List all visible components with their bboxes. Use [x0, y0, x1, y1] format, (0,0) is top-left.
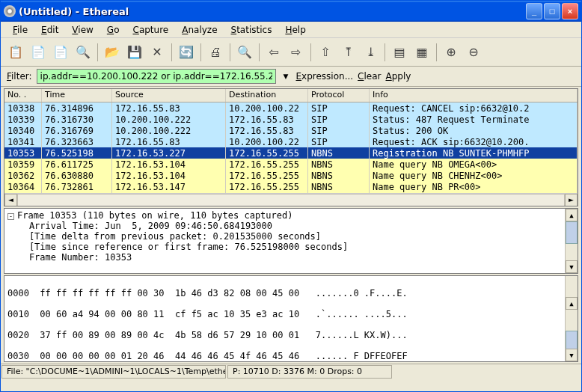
menu-analyze[interactable]: Analyze	[176, 23, 223, 37]
detail-line[interactable]: [Time delta from previous packet: 0.2015…	[7, 231, 575, 242]
cell-proto: NBNS	[308, 159, 370, 170]
cell-src: 172.16.55.83	[112, 102, 226, 114]
cell-time: 76.630880	[42, 170, 112, 181]
col-header-destination[interactable]: Destination	[226, 89, 308, 102]
gofwd-icon[interactable]: ⇨	[286, 42, 307, 63]
menu-statistics[interactable]: Statistics	[225, 23, 278, 37]
maximize-button[interactable]: □	[544, 3, 560, 19]
hex-vscroll[interactable]: ▲ ▼	[565, 276, 578, 361]
packet-row[interactable]: 1034076.31676910.200.100.222172.16.55.83…	[4, 125, 578, 136]
detail-line[interactable]: [Time since reference or first frame: 76…	[7, 242, 575, 252]
goto-icon[interactable]: ⇧	[315, 42, 336, 63]
golast-icon[interactable]: ⤓	[360, 42, 381, 63]
minimize-button[interactable]: _	[526, 3, 542, 19]
find-icon[interactable]: 🔍	[234, 42, 255, 63]
scroll-up-icon[interactable]: ▲	[566, 297, 578, 310]
scroll-right-icon[interactable]: ►	[565, 194, 578, 206]
zoomout-icon[interactable]: ⊖	[463, 42, 484, 63]
frame-summary[interactable]: -Frame 10353 (110 bytes on wire, 110 byt…	[7, 210, 575, 221]
cell-no: 10364	[4, 181, 42, 192]
tb-stop-icon[interactable]: 🔍	[73, 42, 94, 63]
cell-time: 76.314896	[42, 102, 112, 114]
open-icon[interactable]: 📂	[102, 42, 123, 63]
zoomin-icon[interactable]: ⊕	[441, 42, 462, 63]
cell-time: 76.525198	[42, 147, 112, 159]
packet-row[interactable]: 1036476.732861172.16.53.147172.16.55.255…	[4, 181, 578, 192]
separator	[230, 43, 230, 61]
cell-info: Status: 200 OK	[370, 125, 578, 136]
expander-icon[interactable]: -	[7, 213, 14, 220]
cell-no: 10338	[4, 102, 42, 114]
cell-time: 76.732861	[42, 181, 112, 192]
toolbar: 📋 📄 📄 🔍 📂 💾 ✕ 🔄 🖨 🔍 ⇦ ⇨ ⇧ ⤒ ⤓ ▤ ▦ ⊕ ⊖	[1, 38, 581, 67]
cell-no: 10340	[4, 125, 42, 136]
cell-dst: 172.16.55.255	[226, 147, 308, 159]
save-icon[interactable]: 💾	[124, 42, 145, 63]
packet-row[interactable]: 1033976.31673010.200.100.222172.16.55.83…	[4, 114, 578, 125]
separator	[97, 43, 98, 61]
packet-hscroll[interactable]: ◄ ►	[4, 193, 578, 206]
col-header-no[interactable]: No. .	[4, 89, 42, 102]
menu-edit[interactable]: Edit	[35, 23, 64, 37]
scroll-track[interactable]	[17, 194, 565, 206]
packet-row[interactable]: 1036276.630880172.16.53.104172.16.55.255…	[4, 170, 578, 181]
cell-dst: 172.16.55.83	[226, 114, 308, 125]
tb-start-icon[interactable]: 📄	[50, 42, 71, 63]
cell-src: 172.16.53.227	[112, 147, 226, 159]
clear-button[interactable]: Clear	[358, 71, 381, 82]
menu-capture[interactable]: Capture	[126, 23, 174, 37]
apply-button[interactable]: Apply	[385, 71, 411, 82]
menu-go[interactable]: Go	[101, 23, 126, 37]
filter-dropdown-icon[interactable]: ▼	[281, 73, 292, 80]
filter-input[interactable]	[37, 69, 276, 84]
separator	[200, 43, 201, 61]
packet-details-pane: -Frame 10353 (110 bytes on wire, 110 byt…	[4, 208, 578, 274]
title-bar: (Untitled) - Ethereal _ □ ×	[1, 1, 581, 22]
separator	[310, 43, 311, 61]
col-header-source[interactable]: Source	[112, 89, 226, 102]
detail-line[interactable]: Arrival Time: Jun 5, 2009 09:46:50.68419…	[7, 221, 575, 231]
menu-help[interactable]: Help	[279, 23, 311, 37]
col-header-protocol[interactable]: Protocol	[308, 89, 370, 102]
packet-row[interactable]: 1035376.525198172.16.53.227172.16.55.255…	[4, 147, 578, 159]
packet-bytes-pane[interactable]: 0000 ff ff ff ff ff ff 00 30 1b 46 d3 82…	[4, 275, 578, 362]
close-file-icon[interactable]: ✕	[147, 42, 168, 63]
autoscroll-icon[interactable]: ▦	[411, 42, 432, 63]
filter-label: Filter:	[7, 71, 32, 82]
cell-no: 10362	[4, 170, 42, 181]
cell-dst: 172.16.55.255	[226, 181, 308, 192]
col-header-time[interactable]: Time	[42, 89, 112, 102]
scroll-thumb[interactable]	[566, 221, 578, 244]
window-buttons: _ □ ×	[526, 3, 578, 19]
goback-icon[interactable]: ⇦	[263, 42, 284, 63]
colorize-icon[interactable]: ▤	[389, 42, 410, 63]
cell-proto: NBNS	[308, 170, 370, 181]
col-header-info[interactable]: Info	[370, 89, 578, 102]
cell-time: 76.316730	[42, 114, 112, 125]
separator	[171, 43, 172, 61]
scroll-left-icon[interactable]: ◄	[4, 194, 17, 206]
menu-view[interactable]: View	[66, 23, 99, 37]
reload-icon[interactable]: 🔄	[176, 42, 197, 63]
gofirst-icon[interactable]: ⤒	[337, 42, 358, 63]
cell-no: 10359	[4, 159, 42, 170]
cell-dst: 172.16.55.83	[226, 125, 308, 136]
packet-row[interactable]: 1034176.323663172.16.55.8310.200.100.22S…	[4, 136, 578, 147]
menu-file[interactable]: File	[7, 23, 34, 37]
scroll-up-icon[interactable]: ▲	[566, 209, 578, 221]
expression-button[interactable]: Expression...	[295, 71, 353, 82]
tb-interfaces-icon[interactable]: 📋	[5, 42, 26, 63]
packet-row[interactable]: 1035976.611725172.16.53.104172.16.55.255…	[4, 159, 578, 170]
cell-proto: SIP	[308, 136, 370, 147]
detail-line[interactable]: Frame Number: 10353	[7, 252, 575, 263]
cell-src: 172.16.53.147	[112, 181, 226, 192]
cell-time: 76.611725	[42, 159, 112, 170]
print-icon[interactable]: 🖨	[205, 42, 226, 63]
details-vscroll[interactable]: ▲ ▼	[565, 209, 578, 273]
scroll-down-icon[interactable]: ▼	[566, 349, 578, 361]
tb-options-icon[interactable]: 📄	[28, 42, 49, 63]
close-button[interactable]: ×	[562, 3, 578, 19]
packet-row[interactable]: 1033876.314896172.16.55.8310.200.100.22S…	[4, 102, 578, 114]
cell-info: Request: ACK sip:6632@10.200.	[370, 136, 578, 147]
scroll-down-icon[interactable]: ▼	[566, 260, 578, 273]
